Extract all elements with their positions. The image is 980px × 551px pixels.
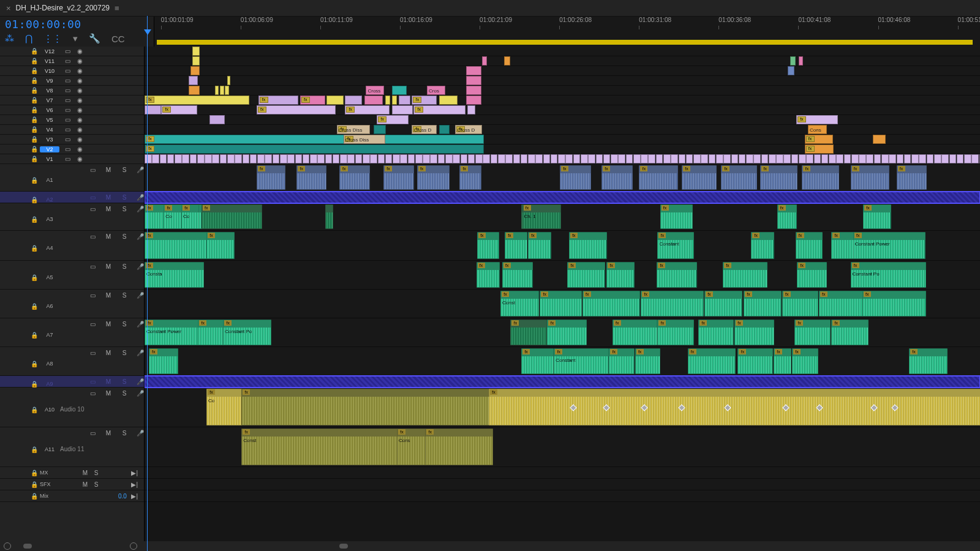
video-clip[interactable]	[701, 154, 708, 163]
video-clip[interactable]	[656, 154, 663, 163]
audio-clip[interactable]: fx	[582, 291, 641, 317]
video-clip[interactable]	[220, 86, 224, 95]
video-clip[interactable]: fx	[257, 105, 336, 114]
video-clip[interactable]	[385, 154, 393, 163]
current-timecode[interactable]: 01:00:00:00	[5, 18, 149, 31]
linked-selection-icon[interactable]: ⋮⋮	[43, 33, 62, 44]
audio-track-A6[interactable]: fxConstfxfxfxfxfxfxfxfx	[145, 290, 980, 318]
audio-clip[interactable]: fx	[897, 165, 927, 190]
snap-magnet-icon[interactable]: ⋂	[25, 33, 32, 44]
mute-button[interactable]: M	[105, 292, 112, 299]
track-visibility-icon[interactable]: ◉	[75, 67, 84, 74]
audio-clip[interactable]: fx	[569, 232, 607, 259]
sync-lock-icon[interactable]: ▭	[63, 146, 72, 152]
video-clip[interactable]	[439, 96, 458, 105]
audio-clip[interactable]: fxConst	[241, 429, 398, 465]
track-visibility-icon[interactable]: ◉	[75, 97, 84, 103]
video-clip[interactable]	[836, 154, 843, 163]
sync-lock-icon[interactable]: ▭	[89, 378, 96, 385]
video-clip[interactable]	[543, 154, 551, 163]
video-clip[interactable]	[438, 154, 445, 163]
lock-icon[interactable]: 🔒	[31, 303, 36, 310]
mute-button[interactable]: M	[81, 481, 89, 488]
video-clip[interactable]	[558, 154, 565, 163]
voice-record-icon[interactable]: 🎤	[137, 167, 144, 173]
audio-clip[interactable]: fx	[606, 262, 635, 288]
video-clip[interactable]	[693, 154, 701, 163]
video-clip[interactable]: fx	[377, 115, 409, 124]
audio-clip[interactable]: fxConstant Power	[853, 232, 925, 259]
track-label[interactable]: V5	[40, 117, 59, 123]
lock-icon[interactable]: 🔒	[31, 126, 36, 133]
video-track-V10[interactable]	[145, 66, 980, 76]
video-clip[interactable]	[504, 56, 511, 66]
video-clip[interactable]	[265, 154, 272, 163]
video-clip[interactable]	[145, 154, 152, 163]
video-clip[interactable]: fxCross Diss	[337, 125, 371, 134]
audio-track-A10[interactable]: fxCofxfx	[145, 388, 980, 427]
video-clip[interactable]	[513, 154, 521, 163]
lock-icon[interactable]: 🔒	[31, 481, 36, 488]
sync-lock-icon[interactable]: ▭	[89, 350, 96, 356]
audio-clip[interactable]: fx	[751, 232, 774, 259]
audio-clip[interactable]: fx	[819, 291, 864, 317]
solo-button[interactable]: S	[121, 430, 128, 437]
video-clip[interactable]	[287, 154, 295, 163]
lock-icon[interactable]: 🔒	[31, 216, 36, 223]
video-clip[interactable]: fxCross Diss	[344, 135, 385, 144]
solo-button[interactable]: S	[92, 470, 100, 476]
video-clip[interactable]	[957, 154, 964, 163]
video-clip[interactable]: fx	[145, 144, 484, 154]
video-clip[interactable]	[243, 154, 250, 163]
audio-clip[interactable]: fx	[909, 348, 948, 374]
lock-icon[interactable]: 🔒	[31, 116, 36, 123]
audio-clip[interactable]: fx	[609, 348, 635, 374]
video-clip[interactable]	[370, 154, 377, 163]
audio-clip[interactable]: fx	[734, 320, 774, 345]
video-clip[interactable]	[152, 154, 159, 163]
video-clip[interactable]	[310, 154, 317, 163]
track-label[interactable]: V2	[40, 146, 59, 152]
lock-icon[interactable]: 🔒	[31, 107, 36, 113]
video-clip[interactable]	[392, 96, 397, 105]
audio-clip[interactable]: fx	[477, 232, 499, 259]
video-clip[interactable]	[482, 56, 487, 66]
lock-icon[interactable]: 🔒	[31, 136, 36, 143]
audio-track-A3[interactable]: fxfxCofxCofxfxfxCh. 1fxfxfx	[145, 203, 980, 231]
sync-lock-icon[interactable]: ▭	[63, 97, 72, 103]
video-clip[interactable]: fx	[345, 105, 389, 114]
video-clip[interactable]	[250, 154, 257, 163]
audio-clip[interactable]: fx	[257, 165, 285, 190]
audio-clip[interactable]: fx	[202, 204, 262, 229]
lock-icon[interactable]: 🔒	[31, 97, 36, 103]
video-clip[interactable]	[466, 96, 481, 105]
lock-icon[interactable]: 🔒	[31, 361, 36, 367]
lock-icon[interactable]: 🔒	[31, 87, 36, 94]
submix-track-MX[interactable]	[145, 467, 980, 479]
video-clip[interactable]	[466, 76, 481, 85]
audio-clip[interactable]: fx	[521, 348, 553, 374]
audio-clip[interactable]: fx	[831, 320, 869, 345]
video-clip[interactable]	[415, 154, 423, 163]
audio-clip[interactable]: fx	[528, 232, 551, 259]
video-clip[interactable]	[723, 154, 731, 163]
video-clip[interactable]	[761, 154, 769, 163]
video-clip[interactable]	[949, 154, 957, 163]
video-clip[interactable]	[374, 125, 386, 134]
video-clip[interactable]	[788, 66, 794, 75]
track-visibility-icon[interactable]: ◉	[75, 87, 84, 94]
lock-icon[interactable]: 🔒	[31, 274, 36, 281]
video-clip[interactable]	[671, 154, 678, 163]
audio-clip[interactable]: fxConsta	[145, 262, 204, 288]
audio-clip[interactable]: fx	[723, 262, 767, 288]
video-clip[interactable]	[393, 154, 400, 163]
voice-record-icon[interactable]: 🎤	[137, 390, 144, 397]
audio-clip[interactable]: fx	[612, 320, 657, 345]
audio-clip[interactable]: fx	[417, 165, 450, 190]
video-clip[interactable]: fx	[805, 144, 834, 154]
audio-clip[interactable]: fx	[688, 348, 736, 374]
solo-button[interactable]: S	[121, 390, 128, 397]
track-label[interactable]: V4	[40, 127, 59, 133]
audio-track-A5[interactable]: fxConstafxfxfxfxfxfxfxfxConstant Po	[145, 261, 980, 290]
settings-wrench-icon[interactable]: 🔧	[89, 33, 100, 44]
